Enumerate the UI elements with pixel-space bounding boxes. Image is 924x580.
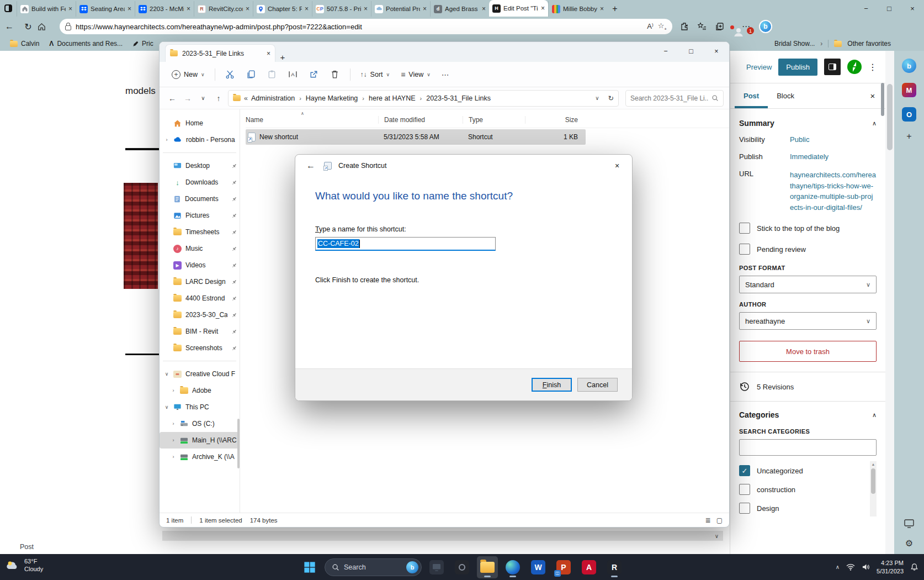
breadcrumb-item[interactable]: Administration <box>251 94 295 102</box>
dialog-titlebar[interactable]: ← Create Shortcut × <box>295 155 632 177</box>
browser-tab[interactable]: Build with Ferg× <box>17 1 76 17</box>
url-text[interactable]: https://www.haynearchitects.com/hereatha… <box>76 23 642 31</box>
paste-button[interactable] <box>263 66 282 83</box>
file-explorer-button[interactable] <box>477 556 498 578</box>
nav-home[interactable]: Home <box>160 115 240 131</box>
browser-tab[interactable]: CP 507.5.8 - Priva× <box>312 1 371 17</box>
bookmark-item[interactable]: Pric <box>132 40 153 48</box>
close-button[interactable]: × <box>901 0 924 17</box>
copy-button[interactable] <box>242 66 261 83</box>
browser-tab[interactable]: Millie Bobby B× <box>548 1 607 17</box>
publish-button[interactable]: Publish <box>778 59 817 76</box>
move-to-trash-button[interactable]: Move to trash <box>739 341 877 362</box>
new-tab-button[interactable]: + <box>607 1 623 17</box>
author-select[interactable]: hereathayne∨ <box>739 312 877 330</box>
breadcrumb-item[interactable]: here at HAYNE <box>369 94 416 102</box>
task-view-button[interactable] <box>426 556 447 578</box>
collections-icon[interactable] <box>715 22 724 31</box>
close-tab-icon[interactable]: × <box>128 5 131 13</box>
panel-scrollbar-thumb[interactable] <box>881 83 884 116</box>
bookmark-overflow[interactable]: Bridal Show... <box>774 40 815 48</box>
explorer-new-tab-button[interactable]: + <box>275 52 290 62</box>
nav-folder-4400[interactable]: 4400 Estrond <box>160 290 240 307</box>
minimize-button[interactable]: − <box>653 42 678 61</box>
browser-tab[interactable]: Chapter 5: Fire× <box>253 1 312 17</box>
rename-button[interactable]: A <box>284 66 302 83</box>
forward-button[interactable]: → <box>180 94 195 103</box>
add-sidebar-icon[interactable]: + <box>906 131 911 141</box>
revit-button[interactable]: R <box>604 556 625 578</box>
browser-tab[interactable]: R RevitCity.com× <box>194 1 253 17</box>
bookmark-folder[interactable]: Calvin <box>10 40 39 48</box>
close-dialog-button[interactable]: × <box>604 155 630 177</box>
browser-tab[interactable]: Seating Area V× <box>76 1 135 17</box>
back-button[interactable]: ← <box>0 22 19 31</box>
tab-actions-button[interactable] <box>0 0 17 17</box>
notifications-bell-icon[interactable] <box>910 563 918 571</box>
settings-gear-icon[interactable]: ⚙ <box>905 538 913 549</box>
nav-pictures[interactable]: Pictures <box>160 207 240 224</box>
explorer-search-box[interactable]: Search 2023-5-31_File Li... <box>625 90 724 107</box>
column-size[interactable]: Size <box>525 116 586 124</box>
close-tab-icon[interactable]: × <box>482 5 486 13</box>
close-tab-icon[interactable]: × <box>267 50 270 57</box>
jetpack-icon[interactable] <box>847 60 862 74</box>
outlook-icon[interactable]: O <box>902 107 916 122</box>
category-row[interactable]: ✓ Uncategorized <box>739 461 868 480</box>
camera-app-button[interactable] <box>452 556 472 578</box>
checkbox[interactable] <box>739 223 750 234</box>
shortcut-name-input[interactable]: CC-CAFE-02 <box>315 237 496 251</box>
taskbar-search-box[interactable]: Search b <box>325 558 422 576</box>
explorer-tab[interactable]: 2023-5-31_File Links × <box>165 44 275 62</box>
other-favorites[interactable]: Other favorites <box>847 40 891 48</box>
weather-widget[interactable]: 63°FCloudy <box>6 557 43 573</box>
cancel-button[interactable]: Cancel <box>577 378 618 392</box>
nav-archive-k-drive[interactable]: ›Archive_K (\\A <box>160 449 240 465</box>
maximize-button[interactable]: □ <box>878 0 901 17</box>
options-menu-icon[interactable]: ⋮ <box>868 62 878 72</box>
category-row[interactable]: construction <box>739 480 868 499</box>
nav-timesheets[interactable]: Timesheets <box>160 224 240 240</box>
stick-to-top-checkbox-row[interactable]: Stick to the top of the blog <box>739 223 877 234</box>
tab-block[interactable]: Block <box>768 83 803 108</box>
collapse-icon[interactable]: ∧ <box>872 412 877 419</box>
finish-button[interactable]: Finish <box>532 378 572 392</box>
wifi-icon[interactable] <box>846 563 855 571</box>
more-options-button[interactable]: ⋯ <box>437 67 454 82</box>
minimize-button[interactable]: − <box>854 0 878 17</box>
microsoft365-icon[interactable]: M <box>902 83 916 97</box>
categories-scrollbar[interactable]: ▲ <box>870 461 877 516</box>
cut-button[interactable] <box>221 66 240 83</box>
scrollbar-thumb[interactable] <box>887 84 893 150</box>
preview-button[interactable]: Preview <box>746 63 772 71</box>
close-button[interactable]: × <box>704 42 729 61</box>
collapse-icon[interactable]: ∧ <box>872 120 877 127</box>
view-button[interactable]: ≡View∨ <box>396 67 435 82</box>
up-button[interactable]: ↑ <box>211 94 226 103</box>
browser-tab[interactable]: d Aged Brass To× <box>430 1 489 17</box>
favorites-bar-icon[interactable] <box>698 22 707 31</box>
hidden-icons-chevron[interactable]: ∧ <box>836 564 840 570</box>
categories-section-header[interactable]: Categories∧ <box>739 402 877 427</box>
page-scrollbar-horizontal[interactable]: ∨ <box>162 531 723 541</box>
copilot-icon[interactable]: b <box>902 59 916 73</box>
browser-tab-active[interactable]: H Edit Post "Tips× <box>489 0 548 17</box>
delete-button[interactable] <box>326 66 344 83</box>
nav-music[interactable]: ♪Music <box>160 240 240 257</box>
nav-videos[interactable]: ▶Videos <box>160 257 240 273</box>
column-name[interactable]: Name∧ <box>246 116 378 124</box>
refresh-icon[interactable]: ↻ <box>608 94 614 102</box>
search-categories-input[interactable] <box>739 439 877 456</box>
nav-adobe[interactable]: ›Adobe <box>160 382 240 399</box>
home-button[interactable] <box>38 23 56 31</box>
start-button[interactable] <box>299 556 320 578</box>
sort-button[interactable]: ↑↓Sort∨ <box>356 67 395 82</box>
browser-tab[interactable]: 2203 - McMinn× <box>135 1 194 17</box>
column-date-modified[interactable]: Date modified <box>378 116 463 124</box>
address-dropdown-icon[interactable]: ∨ <box>595 95 599 101</box>
explorer-titlebar[interactable]: 2023-5-31_File Links × + − □ × <box>160 42 729 62</box>
nav-main-h-drive[interactable]: ›Main_H (\\ARC <box>160 432 240 449</box>
back-icon[interactable]: ← <box>304 161 317 171</box>
nav-desktop[interactable]: Desktop <box>160 157 240 174</box>
close-tab-icon[interactable]: × <box>246 5 249 13</box>
